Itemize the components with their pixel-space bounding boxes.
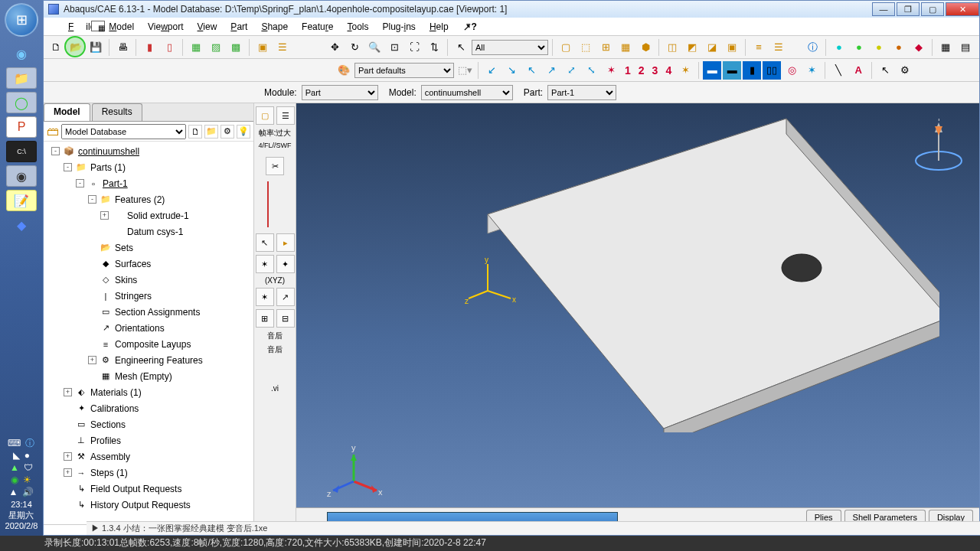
save-icon[interactable]: 💾	[87, 38, 105, 57]
db-btn1[interactable]: 🗋	[188, 125, 202, 139]
clock-time[interactable]: 23:14	[5, 499, 38, 510]
tree-item[interactable]: |Stringers	[48, 288, 253, 304]
restore-button[interactable]: ❐	[897, 2, 920, 16]
model-tree[interactable]: -📦continuumshell-📁Parts (1)-▫Part-1-📁Fea…	[44, 142, 253, 524]
tool-c1[interactable]: ✶	[256, 255, 274, 273]
view-compass[interactable]: Y	[912, 119, 965, 180]
tool-d1[interactable]: ✶	[256, 288, 274, 306]
shade-icon[interactable]: ◪	[703, 38, 721, 57]
tool-e1[interactable]: ⊞	[256, 309, 274, 328]
text-icon[interactable]: A	[849, 61, 867, 80]
tree-item[interactable]: ↳History Output Requests	[48, 497, 253, 513]
tool-manager[interactable]: ☰	[276, 106, 295, 125]
expand-toggle[interactable]: -	[51, 147, 60, 155]
color5-icon[interactable]: ◆	[910, 38, 928, 57]
zoom-icon[interactable]: 🔍	[365, 38, 384, 57]
tree-item[interactable]: ↗Orientations	[48, 320, 253, 336]
box3-icon[interactable]: ⊞	[596, 38, 615, 57]
hidden-icon[interactable]: ◩	[683, 38, 701, 57]
part-select[interactable]: Part-1	[547, 85, 616, 100]
view-icon-1[interactable]: ▦	[187, 38, 205, 57]
csys2-icon[interactable]: ↘	[502, 61, 521, 80]
menu-model[interactable]: Model	[103, 19, 140, 34]
fit-icon[interactable]: ⛶	[405, 38, 423, 57]
render6-icon[interactable]: ✶	[802, 61, 821, 80]
menu-tools[interactable]: Tools	[341, 19, 374, 34]
db-btn3[interactable]: ⚙	[220, 125, 234, 139]
tree-item[interactable]: 📂Sets	[48, 240, 253, 256]
tree-item[interactable]: ≡Composite Layups	[48, 336, 253, 352]
maximize-button[interactable]: ▢	[921, 2, 944, 16]
zoom-box-icon[interactable]: ⊡	[385, 38, 403, 57]
mdi-icon[interactable]: ▦	[91, 21, 105, 31]
datum-3[interactable]: 3	[649, 64, 662, 77]
tool-create-part[interactable]: ▢	[256, 106, 274, 125]
taskbar-app-note[interactable]: 📝	[6, 190, 37, 211]
viewport-3d[interactable]: x y z x y z Y Plies	[296, 103, 979, 535]
tree-item[interactable]: ▭Section Assignments	[48, 304, 253, 320]
taskbar-app-ppt[interactable]: P	[6, 116, 37, 138]
axis-star-icon[interactable]: ✶	[676, 61, 694, 80]
tree-item[interactable]: -▫Part-1	[48, 175, 253, 191]
expand-toggle[interactable]: +	[64, 468, 72, 477]
tree-item[interactable]: -📁Features (2)	[48, 191, 253, 207]
tool-e2[interactable]: ⊟	[276, 309, 295, 328]
box1-icon[interactable]: ▢	[557, 38, 575, 57]
grid-icon[interactable]: ▦	[936, 38, 955, 57]
tree-item[interactable]: ◇Skins	[48, 272, 253, 288]
taskbar-app-explorer[interactable]: 📁	[6, 67, 37, 89]
rail1-icon[interactable]: ≡	[750, 38, 768, 57]
db-icon-2[interactable]: ▯	[160, 38, 178, 57]
render1-icon[interactable]: ▬	[703, 61, 721, 80]
tray-sun-icon[interactable]: ☀	[23, 474, 31, 485]
select-filter[interactable]: All	[472, 40, 548, 55]
datum-4[interactable]: 4	[662, 64, 675, 77]
expand-toggle[interactable]: +	[64, 388, 72, 396]
tree-item[interactable]: -📁Parts (1)	[48, 159, 253, 175]
tree-item[interactable]: +⚒Assembly	[48, 448, 253, 465]
info-icon[interactable]: ⓘ	[803, 38, 822, 57]
tray-icon-1[interactable]: ◣	[13, 450, 20, 461]
tree-item[interactable]: ◆Surfaces	[48, 256, 253, 272]
db-select[interactable]: Model Database	[61, 124, 186, 139]
shade2-icon[interactable]: ▣	[723, 38, 741, 57]
view-icon-2[interactable]: ▨	[207, 38, 225, 57]
tree-item[interactable]: Datum csys-1	[48, 223, 253, 240]
expand-toggle[interactable]: +	[88, 356, 96, 364]
pan-icon[interactable]: ✥	[325, 38, 344, 57]
csys5-icon[interactable]: ⤢	[562, 61, 580, 80]
tree-item[interactable]: -📦continuumshell	[48, 143, 253, 159]
expand-toggle[interactable]: +	[64, 452, 72, 461]
taskbar-app-1[interactable]: ◉	[6, 43, 37, 64]
tree-item[interactable]: +⬖Materials (1)	[48, 384, 253, 400]
tray-info-icon[interactable]: ⓘ	[25, 438, 34, 448]
box2-icon[interactable]: ⬚	[577, 38, 595, 57]
tree-item[interactable]: ✦Calibrations	[48, 400, 253, 416]
tree-item[interactable]: +Solid extrude-1	[48, 207, 253, 223]
taskbar-app-abaqus[interactable]: ◆	[6, 214, 37, 236]
db-btn2[interactable]: 📁	[204, 125, 218, 139]
tab-results[interactable]: Results	[92, 103, 142, 121]
taskbar-app-cmd[interactable]: C:\	[6, 141, 37, 162]
datum-1[interactable]: 1	[622, 64, 634, 77]
expand-toggle[interactable]: -	[64, 163, 72, 171]
part-defaults-select[interactable]: Part defaults	[354, 63, 454, 78]
rail2-icon[interactable]: ☰	[769, 38, 788, 57]
tool-d2[interactable]: ↗	[276, 288, 295, 306]
menu-feature[interactable]: Feature	[296, 19, 339, 34]
cube-dd-icon[interactable]: ⬚▾	[456, 61, 474, 80]
query-icon[interactable]: ⚙	[896, 61, 914, 80]
render5-icon[interactable]: ◎	[782, 61, 801, 80]
view-icon-3[interactable]: ▩	[227, 38, 245, 57]
tray-keyboard-icon[interactable]: ⌨	[8, 438, 21, 448]
tray-up-icon[interactable]: ▲	[9, 487, 18, 497]
wire-icon[interactable]: ◫	[663, 38, 681, 57]
palette-icon[interactable]: 🎨	[335, 61, 353, 80]
tree-item[interactable]: ▦Mesh (Empty)	[48, 368, 253, 384]
csys7-icon[interactable]: ✶	[602, 61, 620, 80]
color2-icon[interactable]: ●	[850, 38, 868, 57]
pick-icon[interactable]: ↖	[876, 61, 894, 80]
print-icon[interactable]: 🖶	[113, 38, 132, 57]
csys4-icon[interactable]: ↗	[542, 61, 560, 80]
tool-c2[interactable]: ✦	[276, 255, 295, 273]
